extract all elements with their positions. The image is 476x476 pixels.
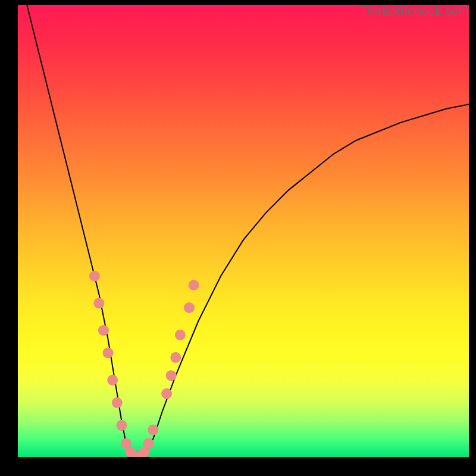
data-marker [189,280,199,290]
data-marker [184,302,195,313]
marker-dots [89,271,199,457]
data-marker [161,389,172,399]
data-marker [98,325,109,336]
data-marker [148,424,158,435]
data-marker [93,298,104,309]
plot-area [18,5,469,457]
data-marker [175,330,186,340]
curve-layer [18,5,469,457]
data-marker [143,438,154,449]
data-marker [116,420,127,431]
chart-stage: TheBottleneck.com [0,0,476,476]
data-marker [107,375,118,386]
data-marker [112,397,123,408]
data-marker [166,370,177,381]
data-marker [103,347,114,358]
bottleneck-curve [27,5,469,457]
data-marker [170,352,181,363]
watermark-text: TheBottleneck.com [360,4,469,18]
data-marker [89,271,100,281]
